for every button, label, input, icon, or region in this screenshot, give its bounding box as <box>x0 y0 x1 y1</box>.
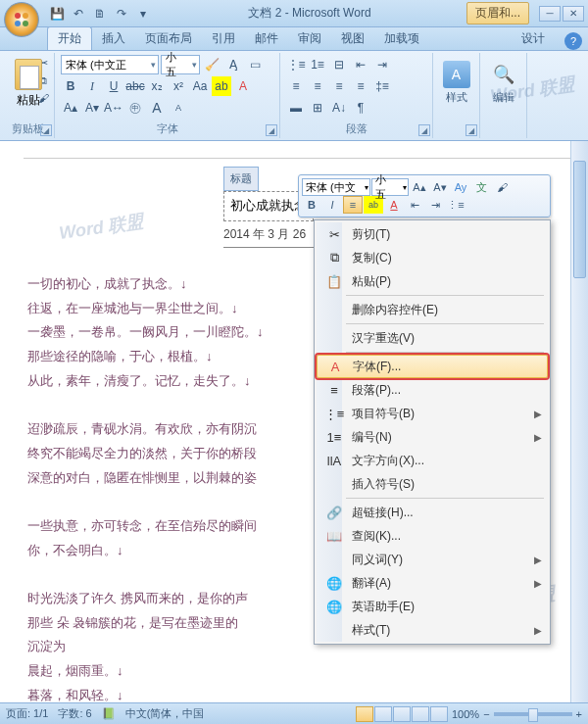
font-size-combo[interactable]: 小五 <box>161 55 200 74</box>
shrink-font-button[interactable]: A▾ <box>82 98 102 118</box>
superscript-button[interactable]: x² <box>169 76 188 96</box>
menu-numbering[interactable]: 1≡编号(N)▶ <box>317 425 548 449</box>
zoom-level[interactable]: 100% <box>452 708 479 720</box>
tab-home[interactable]: 开始 <box>47 26 92 50</box>
new-doc-button[interactable]: 🗎 <box>90 4 110 24</box>
mini-size-combo[interactable]: 小五 <box>371 178 409 196</box>
enclosed-char-button[interactable]: ㊥ <box>125 98 145 118</box>
mini-italic-button[interactable]: I <box>322 196 342 214</box>
menu-insert-symbol[interactable]: 插入符号(S) <box>317 472 548 496</box>
styles-dialog-launcher[interactable]: ◢ <box>466 124 477 136</box>
editing-button[interactable]: 🔍 编辑 <box>486 55 520 105</box>
font-dialog-launcher[interactable]: ◢ <box>266 124 277 136</box>
menu-paste[interactable]: 📋粘贴(P) <box>317 269 548 293</box>
bold-button[interactable]: B <box>61 76 80 96</box>
small-a-button[interactable]: A <box>169 98 188 118</box>
tab-view[interactable]: 视图 <box>331 27 374 50</box>
paragraph[interactable]: 晨起，烟雨重。↓ <box>27 659 543 684</box>
menu-english-assistant[interactable]: 🌐英语助手(E) <box>317 595 548 618</box>
menu-copy[interactable]: ⧉复制(C) <box>317 246 548 269</box>
line-spacing-button[interactable]: ‡≡ <box>372 76 392 96</box>
draft-view[interactable] <box>430 706 448 722</box>
grow-font-button[interactable]: A▴ <box>61 98 80 118</box>
paragraph[interactable]: 暮落，和风轻。↓ <box>27 684 543 702</box>
show-marks-button[interactable]: ¶ <box>351 98 370 118</box>
qat-more-button[interactable]: ▾ <box>133 4 153 24</box>
mini-shrink-button[interactable]: A▾ <box>430 178 450 196</box>
menu-styles[interactable]: 样式(T)▶ <box>317 618 548 642</box>
help-button[interactable]: ? <box>564 32 582 50</box>
tab-design[interactable]: 设计 <box>508 27 559 50</box>
align-center-button[interactable]: ≡ <box>308 76 327 96</box>
phonetic-button[interactable]: A̧ <box>223 55 243 74</box>
menu-hanzi-reselect[interactable]: 汉字重选(V) <box>317 326 548 350</box>
char-scale-button[interactable]: A↔ <box>104 98 123 118</box>
status-word-count[interactable]: 字数: 6 <box>58 706 91 721</box>
mini-center-button[interactable]: ≡ <box>343 196 363 214</box>
sort-button[interactable]: A↓ <box>329 98 349 118</box>
ruler[interactable] <box>24 141 588 159</box>
tab-layout[interactable]: 页面布局 <box>135 27 202 50</box>
scrollbar-thumb[interactable] <box>573 161 586 278</box>
menu-cut[interactable]: ✂剪切(T) <box>317 222 548 246</box>
mini-phonetic-button[interactable]: 文 <box>471 178 491 196</box>
fullscreen-view[interactable] <box>374 706 392 722</box>
underline-button[interactable]: U <box>104 76 123 96</box>
align-right-button[interactable]: ≡ <box>329 76 349 96</box>
italic-button[interactable]: I <box>82 76 102 96</box>
font-name-combo[interactable]: 宋体 (中文正 <box>61 55 159 74</box>
paragraph-dialog-launcher[interactable]: ◢ <box>418 124 430 136</box>
tab-references[interactable]: 引用 <box>202 27 245 50</box>
tab-review[interactable]: 审阅 <box>288 27 331 50</box>
inc-indent-button[interactable]: ⇥ <box>372 55 392 74</box>
tab-insert[interactable]: 插入 <box>92 27 135 50</box>
status-spell-icon[interactable]: 📗 <box>102 707 116 720</box>
contextual-tab-label[interactable]: 页眉和... <box>466 2 529 24</box>
mini-painter-button[interactable]: 🖌 <box>492 178 512 196</box>
char-border-button[interactable]: ▭ <box>245 55 265 74</box>
mini-decindent-button[interactable]: ⇤ <box>405 196 424 214</box>
shading-button[interactable]: ▬ <box>286 98 306 118</box>
format-painter-button[interactable]: 🖌 <box>34 90 52 106</box>
dec-indent-button[interactable]: ⇤ <box>351 55 370 74</box>
mini-styles-button[interactable]: Ay <box>451 178 470 196</box>
close-button[interactable]: ✕ <box>563 6 584 22</box>
justify-button[interactable]: ≡ <box>351 76 370 96</box>
menu-paragraph[interactable]: ≡段落(P)... <box>317 378 548 402</box>
minimize-button[interactable]: ─ <box>539 6 561 22</box>
vertical-scrollbar[interactable] <box>570 141 588 702</box>
header-tag[interactable]: 标题 <box>223 167 259 191</box>
zoom-in-button[interactable]: + <box>576 708 582 720</box>
menu-synonyms[interactable]: 同义词(Y)▶ <box>317 548 548 571</box>
status-page[interactable]: 页面: 1/1 <box>6 706 48 721</box>
large-a-button[interactable]: A <box>147 98 167 118</box>
mini-font-combo[interactable]: 宋体 (中文 <box>302 178 370 196</box>
menu-bullets[interactable]: ⋮≡项目符号(B)▶ <box>317 402 548 425</box>
mini-incindent-button[interactable]: ⇥ <box>425 196 445 214</box>
zoom-out-button[interactable]: − <box>483 708 489 720</box>
tab-mailings[interactable]: 邮件 <box>245 27 288 50</box>
multilevel-button[interactable]: ⊟ <box>329 55 349 74</box>
menu-text-direction[interactable]: llA文字方向(X)... <box>317 449 548 472</box>
status-language[interactable]: 中文(简体，中国 <box>125 706 205 721</box>
subscript-button[interactable]: x₂ <box>147 76 167 96</box>
mini-bold-button[interactable]: B <box>302 196 321 214</box>
undo-button[interactable]: ↶ <box>69 4 88 24</box>
web-layout-view[interactable] <box>393 706 411 722</box>
tab-addins[interactable]: 加载项 <box>374 27 429 50</box>
bullets-button[interactable]: ⋮≡ <box>286 55 306 74</box>
styles-button[interactable]: A 样式 <box>439 55 473 105</box>
mini-grow-button[interactable]: A▴ <box>410 178 429 196</box>
menu-delete-content-control[interactable]: 删除内容控件(E) <box>317 298 548 321</box>
borders-button[interactable]: ⊞ <box>308 98 327 118</box>
office-button[interactable] <box>4 2 39 37</box>
clipboard-dialog-launcher[interactable]: ◢ <box>40 124 52 136</box>
menu-translate[interactable]: 🌐翻译(A)▶ <box>317 571 548 595</box>
print-layout-view[interactable] <box>356 706 373 722</box>
mini-bullets-button[interactable]: ⋮≡ <box>446 196 466 214</box>
zoom-slider[interactable] <box>494 712 572 716</box>
strike-button[interactable]: abc <box>125 76 145 96</box>
menu-hyperlink[interactable]: 🔗超链接(H)... <box>317 501 548 524</box>
save-button[interactable]: 💾 <box>47 4 67 24</box>
outline-view[interactable] <box>412 706 429 722</box>
